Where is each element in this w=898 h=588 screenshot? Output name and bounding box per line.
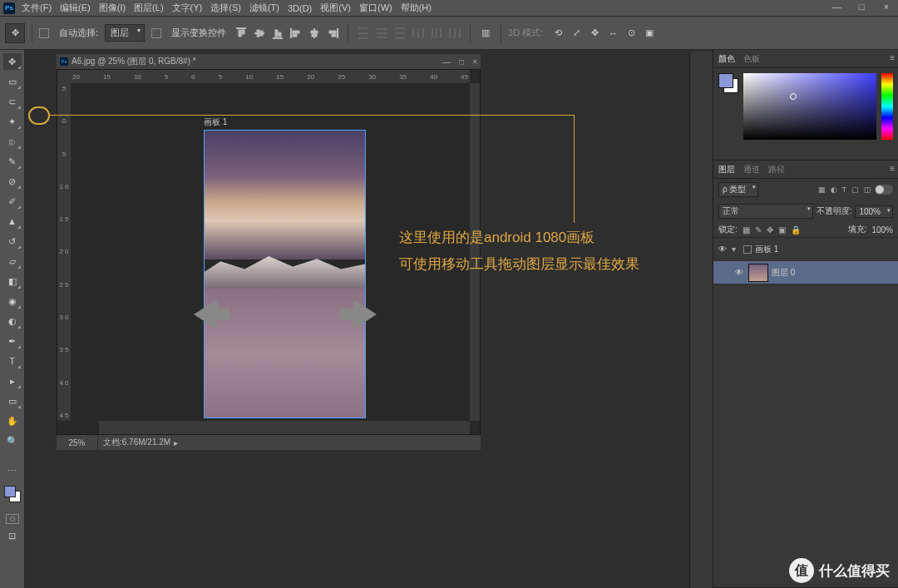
- lock-all-icon[interactable]: 🔒: [791, 225, 801, 235]
- filter-shape-icon[interactable]: ▢: [851, 185, 859, 194]
- separator: [348, 24, 348, 42]
- menu-view[interactable]: 视图(V): [320, 2, 351, 14]
- window-maximize[interactable]: □: [853, 2, 870, 12]
- hue-slider[interactable]: [881, 73, 893, 140]
- zoom-tool[interactable]: 🔍: [3, 432, 22, 449]
- hand-tool[interactable]: ✋: [3, 413, 22, 429]
- scrollbar-horizontal[interactable]: [99, 421, 470, 434]
- menu-filter[interactable]: 滤镜(T): [249, 2, 279, 14]
- lock-position-icon[interactable]: ✥: [767, 225, 773, 235]
- filter-smart-icon[interactable]: ◫: [864, 185, 871, 194]
- move-tool[interactable]: ✥: [3, 53, 22, 70]
- lock-image-icon[interactable]: ✎: [755, 225, 762, 235]
- menu-type[interactable]: 文字(Y): [172, 2, 203, 14]
- layer-thumb[interactable]: [748, 264, 768, 282]
- healing-tool[interactable]: ⊘: [3, 173, 22, 190]
- menu-window[interactable]: 窗口(W): [359, 2, 392, 14]
- eyedropper-tool[interactable]: ✎: [3, 153, 22, 170]
- opacity-value[interactable]: 100%: [855, 205, 893, 218]
- blur-tool[interactable]: ◉: [3, 293, 22, 309]
- distribute-top-icon: [355, 25, 372, 42]
- panel-color-swatch[interactable]: [718, 73, 738, 93]
- doc-maximize[interactable]: □: [459, 57, 464, 67]
- lock-label: 锁定:: [718, 224, 738, 235]
- dodge-tool[interactable]: ◐: [3, 313, 22, 329]
- quick-mask[interactable]: [6, 514, 19, 524]
- auto-select-dropdown[interactable]: 图层: [105, 24, 145, 42]
- align-top-icon[interactable]: [233, 25, 249, 42]
- tab-layers[interactable]: 图层: [718, 164, 735, 175]
- layer-name[interactable]: 图层 0: [772, 267, 795, 279]
- svg-rect-10: [293, 31, 299, 33]
- move-tool-icon[interactable]: ✥: [5, 23, 25, 43]
- align-bottom-icon[interactable]: [269, 25, 286, 42]
- layer-filter-kind[interactable]: ρ 类型: [718, 182, 758, 197]
- document-info[interactable]: 文档:6.76M/21.2M▸: [98, 437, 183, 448]
- lock-transparent-icon[interactable]: ▦: [743, 225, 750, 235]
- align-right-icon[interactable]: [324, 25, 341, 42]
- eraser-tool[interactable]: ▱: [3, 253, 22, 269]
- menu-help[interactable]: 帮助(H): [401, 2, 432, 14]
- doc-minimize[interactable]: —: [442, 57, 451, 67]
- zoom-level[interactable]: 25%: [57, 435, 98, 450]
- screen-mode[interactable]: ⊡: [3, 527, 22, 544]
- filter-pixel-icon[interactable]: ▦: [818, 185, 826, 194]
- align-vcenter-icon[interactable]: [251, 25, 268, 42]
- edit-toolbar[interactable]: ⋯: [3, 462, 22, 479]
- transform-controls-checkbox[interactable]: [151, 28, 161, 38]
- menu-3d[interactable]: 3D(D): [288, 3, 312, 13]
- filter-type-icon[interactable]: T: [842, 185, 847, 194]
- lock-artboard-icon[interactable]: ▣: [778, 225, 786, 235]
- blend-mode-dropdown[interactable]: 正常: [718, 204, 813, 219]
- pen-tool[interactable]: ✒: [3, 333, 22, 349]
- window-minimize[interactable]: —: [828, 2, 845, 12]
- magic-wand-tool[interactable]: ✦: [3, 113, 22, 130]
- align-left-icon[interactable]: [288, 25, 304, 42]
- artboard[interactable]: [204, 130, 366, 418]
- fill-value[interactable]: 100%: [871, 225, 893, 235]
- ruler-origin[interactable]: [57, 70, 71, 83]
- history-brush-tool[interactable]: ↺: [3, 233, 22, 250]
- color-swatch[interactable]: [4, 486, 21, 502]
- path-select-tool[interactable]: ▸: [3, 373, 22, 389]
- orbit-icon: ⟲: [550, 25, 566, 42]
- panel-menu-icon[interactable]: ≡: [890, 53, 895, 62]
- brush-tool[interactable]: ✐: [3, 193, 22, 210]
- filter-toggle[interactable]: [875, 185, 893, 195]
- menu-image[interactable]: 图像(I): [99, 2, 126, 14]
- twirl-icon[interactable]: ▾: [732, 245, 740, 254]
- menu-layer[interactable]: 图层(L): [134, 2, 163, 14]
- doc-close[interactable]: ×: [472, 57, 477, 67]
- tab-color[interactable]: 颜色: [718, 53, 735, 65]
- menu-select[interactable]: 选择(S): [210, 2, 241, 14]
- opacity-label: 不透明度:: [817, 205, 852, 217]
- align-hcenter-icon[interactable]: [306, 25, 323, 42]
- layer-name[interactable]: 画板 1: [755, 244, 778, 255]
- svg-rect-11: [293, 34, 297, 37]
- tab-paths[interactable]: 路径: [768, 164, 785, 175]
- auto-select-checkbox[interactable]: [39, 28, 49, 38]
- gradient-tool[interactable]: ◧: [3, 273, 22, 289]
- window-close[interactable]: ×: [878, 2, 895, 12]
- shape-tool[interactable]: ▭: [3, 393, 22, 409]
- menu-edit[interactable]: 编辑(E): [60, 2, 91, 14]
- stamp-tool[interactable]: ▲: [3, 213, 22, 230]
- document-tab[interactable]: Ps A6.jpg @ 25% (图层 0, RGB/8#) * — □ ×: [57, 54, 481, 69]
- layer-item[interactable]: 👁 图层 0: [713, 261, 898, 284]
- tab-channels[interactable]: 通道: [743, 164, 760, 175]
- artboard-label[interactable]: 画板 1: [204, 116, 227, 128]
- visibility-icon[interactable]: 👁: [717, 245, 728, 254]
- crop-tool[interactable]: ⟄: [3, 133, 22, 150]
- tab-swatches[interactable]: 色板: [743, 53, 760, 65]
- marquee-tool[interactable]: ▭: [3, 73, 22, 90]
- ruler-vertical[interactable]: 5051 01 52 02 53 03 54 04 5: [57, 83, 71, 421]
- type-tool[interactable]: T: [3, 353, 22, 369]
- menu-file[interactable]: 文件(F): [22, 2, 52, 14]
- filter-adjust-icon[interactable]: ◐: [831, 185, 837, 194]
- layer-item-artboard[interactable]: 👁 ▾ 画板 1: [713, 238, 898, 261]
- visibility-icon[interactable]: 👁: [733, 268, 745, 277]
- panel-menu-icon[interactable]: ≡: [890, 164, 895, 173]
- color-field[interactable]: [743, 73, 876, 140]
- ruler-horizontal[interactable]: 2015105051015202530354045: [71, 70, 470, 83]
- lasso-tool[interactable]: ⊂: [3, 93, 22, 110]
